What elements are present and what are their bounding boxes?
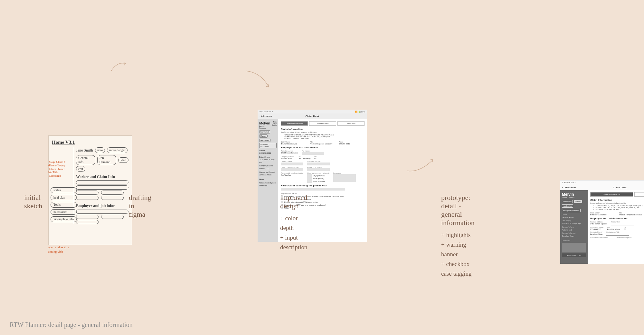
claim-notes-area[interactable] (562, 243, 586, 252)
nav-title: Claim Desk (305, 115, 319, 118)
status-chip[interactable]: need review (259, 139, 270, 142)
tab-general[interactable]: General Information (281, 121, 308, 126)
arrow-icon (109, 60, 129, 73)
arrow-icon (245, 69, 274, 92)
status-bar: 9:41 Mon Jun 3📶 🔋100% (258, 110, 367, 113)
status-chip[interactable]: Interviewed (259, 130, 270, 133)
status-chip[interactable]: Planned (259, 134, 268, 138)
stage1-caption: initial sketch (24, 193, 42, 210)
sketch-paper: Home V3.1 -Stage Claim # -Date of Injury… (48, 135, 132, 245)
sketch-left-annotations: -Stage Claim # -Date of Injury -Claim Ow… (48, 160, 69, 178)
sketch-pill-more: more danger (107, 147, 128, 153)
stage2-caption: drafting in figma (129, 193, 151, 219)
nav-title: Claim Desk (613, 186, 627, 189)
injury-areas-list: 14220 DISORDER,EAR,MASTOID PROCSS,HEARNG… (284, 134, 365, 140)
section-employer-info: Employer and Job Information (281, 146, 365, 149)
status-chip[interactable]: incomplete information (259, 143, 277, 148)
sketch-user: Jane Smith (76, 148, 93, 153)
sketch-bottom-note: open and as it is anning visit (48, 245, 69, 254)
back-link[interactable]: ‹ All claims (260, 115, 272, 118)
sidebar: Melvin James Kemmer Interviewed Planned … (560, 190, 588, 264)
sidebar: Melvin James Kemmer More things like tip… (258, 119, 278, 242)
section-claim-info: Claim Information (281, 128, 365, 131)
sketch-pill-note: note (95, 147, 105, 153)
page-footer-caption: RTW Planner: detail page - general infor… (10, 321, 133, 329)
tabs: General Information Job Demands RTW Plan (281, 121, 365, 126)
navbar: All claims Claim Desk (560, 184, 644, 190)
stage4-caption: prototype: detail - general information (441, 193, 475, 227)
tab-job-demands[interactable]: Job Demands (634, 192, 644, 197)
navbar: ‹ All claims Claim Desk (258, 113, 367, 119)
participants-input[interactable] (281, 188, 345, 191)
fax-input[interactable] (302, 152, 324, 155)
add-note-button[interactable]: Add to claim notes (562, 253, 586, 258)
sketch-title: Home V3.1 (52, 139, 128, 145)
contact-name-input[interactable] (281, 163, 303, 165)
status-bar: 9:41 Mon Jun 3📶 🔋100% (560, 181, 644, 184)
stage3-caption: improved design (280, 193, 307, 210)
improved-design-frame: 9:41 Mon Jun 3📶 🔋100% All claims Claim D… (560, 181, 644, 264)
figma-draft-frame: 9:41 Mon Jun 3📶 🔋100% ‹ All claims Claim… (258, 110, 367, 242)
signal-battery-icon: 📶 🔋100% (355, 111, 365, 113)
arrow-icon (406, 155, 438, 174)
tab-job-demands[interactable]: Job Demands (309, 121, 336, 126)
tab-general[interactable]: General Information (590, 192, 633, 197)
back-link[interactable]: All claims (562, 185, 576, 189)
tab-rtw-plan[interactable]: RTW Plan (337, 121, 365, 126)
claimant-first-name: Melvin (259, 121, 270, 125)
